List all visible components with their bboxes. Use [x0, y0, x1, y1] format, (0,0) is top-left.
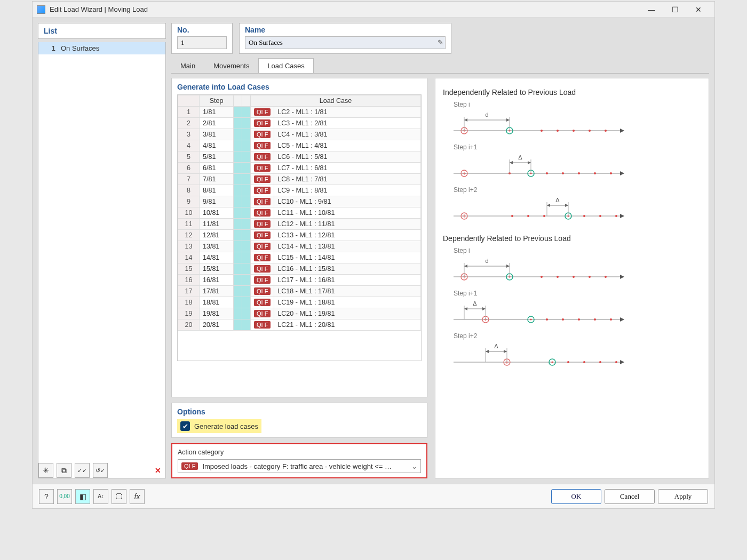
- indep-step-i: Step i: [454, 101, 701, 108]
- footer: ? 0,00 ◧ A↕ 🖵 fx OK Cancel Apply: [33, 484, 714, 508]
- help-icon[interactable]: ?: [39, 489, 54, 504]
- refresh-icon[interactable]: ↺✓: [93, 463, 108, 478]
- no-input[interactable]: [177, 36, 227, 49]
- table-row[interactable]: 33/81QI FLC4 - ML1 : 3/81: [178, 129, 421, 140]
- action-category-dropdown[interactable]: QI F Imposed loads - category F: traffic…: [178, 459, 421, 473]
- svg-marker-3: [464, 118, 467, 122]
- list-item-on-surfaces[interactable]: 1 On Surfaces: [38, 42, 165, 54]
- table-row[interactable]: 77/81QI FLC8 - ML1 : 7/81: [178, 174, 421, 185]
- svg-marker-28: [482, 307, 486, 310]
- list-item-label: On Surfaces: [61, 44, 99, 52]
- edit-name-icon[interactable]: ✎: [438, 38, 443, 46]
- close-button[interactable]: ✕: [687, 2, 710, 17]
- letters-icon[interactable]: A↕: [93, 489, 108, 504]
- table-row[interactable]: 1414/81QI FLC15 - ML1 : 14/81: [178, 252, 421, 263]
- diagram-pane: Independently Related to Previous Load S…: [435, 78, 709, 478]
- pick-icon[interactable]: ◧: [75, 489, 90, 504]
- svg-marker-34: [504, 350, 507, 353]
- svg-marker-10: [528, 161, 531, 164]
- table-row[interactable]: 1818/81QI FLC19 - ML1 : 18/81: [178, 297, 421, 308]
- monitor-icon[interactable]: 🖵: [112, 489, 126, 504]
- tab-bar: Main Movements Load Cases: [171, 58, 709, 74]
- dep-step-i: Step i: [454, 247, 701, 254]
- list-header: List: [38, 23, 166, 39]
- svg-text:Δ: Δ: [518, 154, 522, 161]
- svg-text:Δ: Δ: [555, 197, 560, 203]
- load-case-table: Step Load Case 11/81QI FLC2 - ML1 : 1/81…: [178, 95, 421, 331]
- load-case-table-scroll[interactable]: Step Load Case 11/81QI FLC2 - ML1 : 1/81…: [177, 94, 422, 361]
- units-icon[interactable]: 0,00: [57, 489, 72, 504]
- delete-icon[interactable]: ✕: [150, 463, 165, 478]
- diagram-dep-i1: Δ: [443, 298, 635, 328]
- table-row[interactable]: 1717/81QI FLC18 - ML1 : 17/81: [178, 286, 421, 297]
- list-item-number: 1: [46, 44, 55, 52]
- action-category-label: Action category: [178, 449, 421, 456]
- no-label: No.: [177, 26, 227, 34]
- ok-button[interactable]: OK: [551, 489, 601, 504]
- table-row[interactable]: 1313/81QI FLC14 - ML1 : 13/81: [178, 241, 421, 252]
- new-icon[interactable]: ✳: [38, 463, 53, 478]
- dep-title: Dependently Related to Previous Load: [443, 234, 701, 243]
- table-row[interactable]: 22/81QI FLC3 - ML1 : 2/81: [178, 118, 421, 129]
- table-row[interactable]: 66/81QI FLC7 - ML1 : 6/81: [178, 163, 421, 174]
- diagram-indep-i: d: [443, 109, 635, 139]
- copy-icon[interactable]: ⧉: [57, 463, 71, 478]
- check-icon[interactable]: ✓✓: [75, 463, 90, 478]
- window: Edit Load Wizard | Moving Load — ☐ ✕ Lis…: [32, 1, 715, 509]
- table-row[interactable]: 1919/81QI FLC20 - ML1 : 19/81: [178, 308, 421, 319]
- diagram-dep-i2: Δ: [443, 341, 635, 371]
- checkmark-icon: ✔: [180, 421, 190, 431]
- svg-text:d: d: [485, 111, 488, 118]
- dep-step-i2: Step i+2: [454, 332, 701, 340]
- col-loadcase: Load Case: [251, 95, 421, 107]
- titlebar: Edit Load Wizard | Moving Load — ☐ ✕: [33, 2, 714, 18]
- chevron-down-icon: ⌄: [411, 462, 417, 470]
- diagram-indep-i1: Δ: [443, 152, 635, 182]
- table-row[interactable]: 1515/81QI FLC16 - ML1 : 15/81: [178, 263, 421, 275]
- svg-marker-21: [464, 265, 467, 268]
- apply-button[interactable]: Apply: [658, 489, 708, 504]
- name-input[interactable]: [245, 36, 446, 49]
- svg-marker-16: [565, 204, 568, 207]
- no-field-group: No.: [171, 23, 233, 54]
- tab-main[interactable]: Main: [171, 58, 204, 73]
- indep-title: Independently Related to Previous Load: [443, 88, 701, 97]
- table-row[interactable]: 1010/81QI FLC11 - ML1 : 10/81: [178, 207, 421, 219]
- diagram-dep-i: d: [443, 255, 635, 285]
- svg-text:Δ: Δ: [494, 343, 498, 349]
- name-label: Name: [245, 26, 446, 34]
- generate-load-cases-checkbox[interactable]: ✔ Generate load cases: [177, 419, 261, 433]
- list: 1 On Surfaces ✳ ⧉ ✓✓ ↺✓ ✕: [38, 42, 166, 478]
- minimize-button[interactable]: —: [640, 2, 663, 17]
- table-row[interactable]: 44/81QI FLC5 - ML1 : 4/81: [178, 140, 421, 151]
- name-field-group: Name ✎: [239, 23, 451, 54]
- options-section: Options ✔ Generate load cases: [171, 403, 427, 438]
- table-row[interactable]: 11/81QI FLC2 - ML1 : 1/81: [178, 107, 421, 118]
- maximize-button[interactable]: ☐: [663, 2, 687, 17]
- tab-movements[interactable]: Movements: [204, 58, 258, 73]
- table-row[interactable]: 55/81QI FLC6 - ML1 : 5/81: [178, 151, 421, 163]
- fx-icon[interactable]: fx: [130, 489, 145, 504]
- svg-marker-27: [464, 307, 467, 310]
- table-row[interactable]: 88/81QI FLC9 - ML1 : 8/81: [178, 185, 421, 196]
- app-icon: [37, 5, 45, 14]
- cancel-button[interactable]: Cancel: [605, 489, 655, 504]
- table-row[interactable]: 1212/81QI FLC13 - ML1 : 12/81: [178, 230, 421, 241]
- indep-step-i2: Step i+2: [454, 186, 701, 194]
- svg-marker-9: [510, 161, 513, 164]
- list-toolbar: ✳ ⧉ ✓✓ ↺✓ ✕: [38, 460, 165, 478]
- dep-step-i1: Step i+1: [454, 290, 701, 297]
- tab-load-cases[interactable]: Load Cases: [258, 58, 313, 73]
- table-row[interactable]: 1616/81QI FLC17 - ML1 : 16/81: [178, 275, 421, 286]
- table-row[interactable]: 1111/81QI FLC12 - ML1 : 11/81: [178, 219, 421, 230]
- action-category-section: Action category QI F Imposed loads - cat…: [171, 443, 427, 478]
- svg-marker-22: [506, 265, 510, 268]
- options-title: Options: [177, 407, 422, 416]
- svg-text:d: d: [485, 258, 488, 264]
- action-badge: QI F: [181, 462, 198, 470]
- action-category-value: Imposed loads - category F: traffic area…: [202, 462, 392, 470]
- svg-text:Δ: Δ: [473, 300, 477, 307]
- table-row[interactable]: 2020/81QI FLC21 - ML1 : 20/81: [178, 319, 421, 331]
- table-row[interactable]: 99/81QI FLC10 - ML1 : 9/81: [178, 196, 421, 207]
- indep-step-i1: Step i+1: [454, 143, 701, 151]
